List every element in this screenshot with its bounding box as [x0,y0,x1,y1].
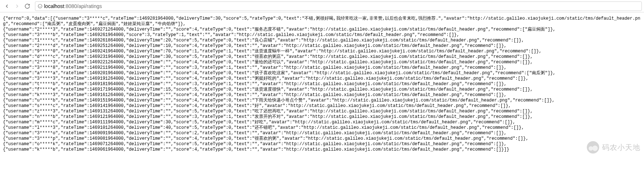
forward-button[interactable] [12,1,22,11]
response-body: {"errno":0,"data":[{"username":"3*****c"… [0,12,644,162]
reload-button[interactable] [23,1,32,11]
browser-toolbar: localhost:8080/api/ratings [0,0,644,12]
info-icon [38,4,43,9]
url-text: localhost:8080/api/ratings [44,3,102,9]
url-rest: :8080/api/ratings [64,3,102,9]
watermark-text: 码农小天地 [602,145,640,150]
url-host: localhost [44,3,64,9]
watermark: 码农小天地 [587,141,640,154]
address-bar[interactable]: localhost:8080/api/ratings [35,1,642,11]
back-button[interactable] [2,1,12,11]
wechat-icon [587,141,599,154]
